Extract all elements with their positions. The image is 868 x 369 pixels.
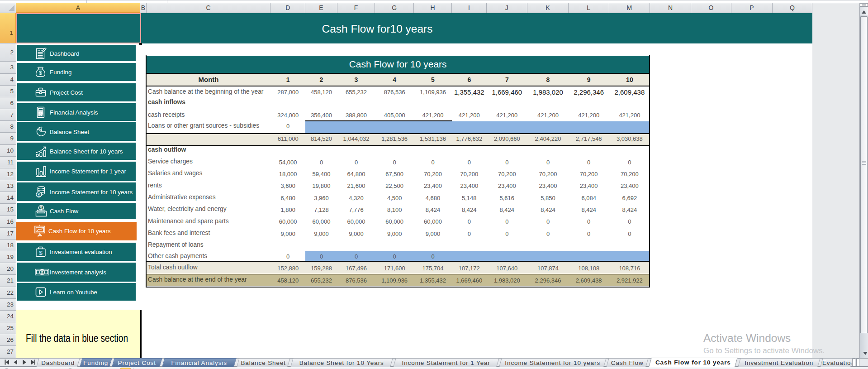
svg-text:$: $ (38, 192, 40, 197)
svg-text:$: $ (39, 70, 42, 76)
svg-text:$: $ (39, 249, 43, 256)
svg-text:$: $ (40, 206, 43, 211)
svg-text:$: $ (41, 269, 43, 274)
